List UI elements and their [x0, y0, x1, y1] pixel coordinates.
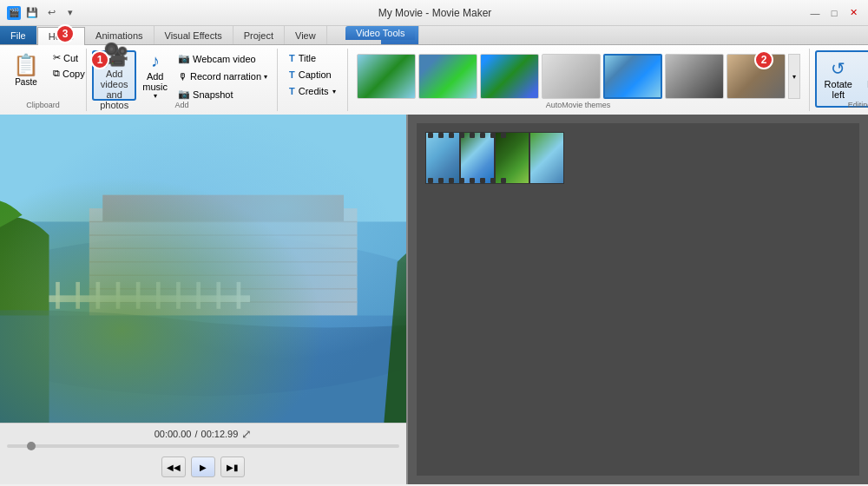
- editing-group-label: Editing: [810, 101, 868, 109]
- record-narration-button[interactable]: 🎙 Record narration ▾: [174, 69, 272, 84]
- rewind-button[interactable]: ◀◀: [161, 456, 186, 477]
- credits-dropdown-icon: ▾: [332, 88, 336, 95]
- copy-icon: ⧉: [53, 68, 60, 79]
- qat-dropdown[interactable]: ▾: [62, 5, 78, 21]
- mic-icon: 🎙: [178, 71, 187, 82]
- timeline-content[interactable]: [417, 123, 859, 476]
- close-btn[interactable]: ✕: [845, 5, 861, 21]
- copy-button[interactable]: ⧉ Copy: [49, 66, 89, 81]
- theme-item-3[interactable]: [480, 54, 539, 99]
- copy-label: Copy: [62, 69, 85, 79]
- video-canvas[interactable]: [0, 115, 406, 423]
- qat-undo[interactable]: ↩: [43, 5, 59, 21]
- ribbon-group-clipboard: 📋 Paste ✂ Cut ⧉ Copy Clipboard: [0, 49, 87, 111]
- tab-file[interactable]: File: [0, 26, 37, 44]
- sprocket-hole-b: [470, 178, 475, 183]
- credits-icon: T: [289, 86, 295, 96]
- narration-dropdown-icon: ▾: [264, 73, 267, 81]
- rotate-left-button[interactable]: ↺ Rotate left: [819, 54, 858, 104]
- tab-view[interactable]: View: [285, 26, 327, 44]
- next-frame-button[interactable]: ▶▮: [220, 456, 245, 477]
- sprocket-hole-b: [438, 178, 444, 183]
- sprocket-hole-b: [501, 178, 506, 183]
- sprocket-hole: [490, 133, 496, 138]
- theme-item-1[interactable]: [357, 54, 416, 99]
- sprocket-hole: [470, 133, 475, 138]
- title-bar: 🎬 💾 ↩ ▾ My Movie - Movie Maker — □ ✕: [0, 0, 868, 26]
- timeline-strip: [425, 132, 582, 184]
- qat-save[interactable]: 💾: [24, 5, 40, 21]
- themes-content: ▾: [353, 50, 804, 102]
- maximize-btn[interactable]: □: [826, 5, 842, 21]
- playback-controls: ◀◀ ▶ ▶▮: [7, 453, 399, 481]
- sprocket-hole: [449, 133, 454, 138]
- add-music-button[interactable]: ♪ Add music ▾: [140, 50, 170, 101]
- badge-2: 2: [754, 50, 773, 69]
- main-content: 00:00.00 / 00:12.99 ⤢ ◀◀ ▶ ▶▮: [0, 115, 868, 484]
- add-music-label: Add music: [142, 71, 168, 92]
- sprocket-hole: [480, 133, 485, 138]
- app-icon: 🎬: [7, 6, 21, 20]
- strip-sprocket-bottom: [425, 177, 582, 184]
- rotate-left-icon: ↺: [831, 58, 845, 79]
- paste-icon: 📋: [13, 53, 39, 77]
- webcam-icon: 📷: [178, 53, 190, 64]
- add-music-dropdown-icon: ▾: [154, 92, 157, 100]
- strip-frame-3: [495, 132, 529, 184]
- title-icon: T: [289, 53, 295, 63]
- video-controls: 00:00.00 / 00:12.99 ⤢ ◀◀ ▶ ▶▮: [0, 423, 406, 484]
- ribbon-tabs: File Home Animations Visual Effects Proj…: [0, 26, 868, 45]
- cut-button[interactable]: ✂ Cut: [49, 50, 89, 65]
- sprocket-hole-b: [449, 178, 454, 183]
- theme-item-2[interactable]: [418, 54, 477, 99]
- play-button[interactable]: ▶: [191, 456, 215, 477]
- badge-1: 1: [90, 50, 109, 69]
- add-text-group: 📷 Webcam video 🎙 Record narration ▾ 📷 Sn…: [174, 50, 272, 102]
- sprocket-hole: [501, 133, 506, 138]
- time-separator: /: [194, 429, 197, 439]
- seek-thumb[interactable]: [27, 442, 36, 450]
- sprocket-hole-b: [428, 178, 433, 183]
- ribbon-group-add: 🎥 Add videos and photos ♪ Add music ▾: [87, 49, 278, 111]
- current-time: 00:00.00: [155, 429, 192, 439]
- tab-project[interactable]: Project: [233, 26, 285, 44]
- clipboard-group-label: Clipboard: [0, 101, 86, 109]
- ribbon-group-themes: ▾ AutoMovie themes: [348, 49, 810, 111]
- theme-item-5[interactable]: [603, 54, 662, 99]
- credits-button[interactable]: T Credits ▾: [283, 83, 342, 99]
- total-time: 00:12.99: [201, 429, 239, 439]
- seek-bar[interactable]: [7, 444, 399, 448]
- strip-sprocket-top: [425, 132, 582, 139]
- video-overlay: [0, 115, 406, 423]
- video-image: [0, 115, 406, 423]
- cut-icon: ✂: [53, 52, 61, 63]
- minimize-btn[interactable]: —: [807, 5, 823, 21]
- timeline: [408, 115, 868, 484]
- theme-item-6[interactable]: [665, 54, 724, 99]
- sprocket-hole: [428, 133, 433, 138]
- caption-button[interactable]: T Caption: [283, 67, 338, 82]
- sprocket-hole: [459, 133, 464, 138]
- time-display: 00:00.00 / 00:12.99 ⤢: [7, 427, 399, 441]
- ribbon-group-text: T Title T Caption T Credits ▾: [278, 49, 348, 111]
- tab-visual-effects[interactable]: Visual Effects: [155, 26, 233, 44]
- rotate-right-button[interactable]: ↻ Rotate right: [861, 54, 868, 104]
- video-preview: 00:00.00 / 00:12.99 ⤢ ◀◀ ▶ ▶▮: [0, 115, 408, 484]
- sprocket-hole-b: [490, 178, 496, 183]
- cut-label: Cut: [63, 53, 78, 63]
- theme-item-4[interactable]: [542, 54, 601, 99]
- window-title: My Movie - Movie Maker: [78, 7, 792, 19]
- title-bar-left: 🎬 💾 ↩ ▾: [7, 5, 78, 21]
- snapshot-icon: 📷: [178, 89, 190, 100]
- rotate-buttons: ↺ Rotate left ↻ Rotate right: [815, 50, 868, 108]
- title-button[interactable]: T Title: [283, 50, 322, 66]
- badge-3: 3: [56, 24, 75, 43]
- caption-icon: T: [289, 69, 295, 80]
- webcam-video-button[interactable]: 📷 Webcam video: [174, 50, 272, 67]
- fullscreen-button[interactable]: ⤢: [241, 427, 252, 441]
- paste-button[interactable]: 📋 Paste: [5, 50, 47, 89]
- strip-frame-2: [460, 132, 495, 184]
- sprocket-hole-b: [459, 178, 464, 183]
- themes-scroll-down[interactable]: ▾: [788, 54, 800, 99]
- strip-frame-4: [529, 132, 564, 184]
